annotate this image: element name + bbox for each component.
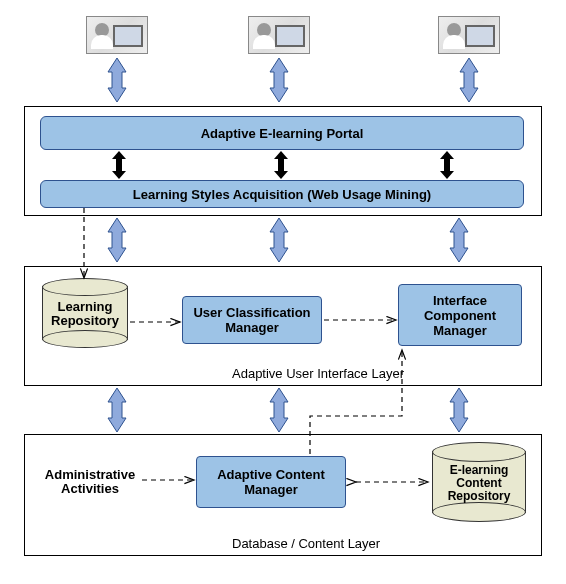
blue-double-arrow-icon xyxy=(270,388,288,432)
elearning-repository-cylinder: E-learning Content Repository xyxy=(432,442,526,522)
elearning-repository-label: E-learning Content Repository xyxy=(432,464,526,504)
learning-repository-cylinder: Learning Repository xyxy=(42,278,128,348)
learning-repository-label: Learning Repository xyxy=(42,300,128,329)
user-image xyxy=(248,16,310,54)
adaptive-content-label: Adaptive Content Manager xyxy=(201,467,341,497)
acquisition-box: Learning Styles Acquisition (Web Usage M… xyxy=(40,180,524,208)
blue-double-arrow-icon xyxy=(460,58,478,102)
portal-box: Adaptive E-learning Portal xyxy=(40,116,524,150)
diagram-canvas: Adaptive E-learning Portal Learning Styl… xyxy=(0,0,566,584)
bottom-layer-caption: Database / Content Layer xyxy=(232,536,380,551)
blue-double-arrow-icon xyxy=(450,388,468,432)
user-classification-box: User Classification Manager xyxy=(182,296,322,344)
portal-label: Adaptive E-learning Portal xyxy=(201,126,364,141)
blue-double-arrow-icon xyxy=(108,218,126,262)
user-image xyxy=(438,16,500,54)
blue-double-arrow-icon xyxy=(108,388,126,432)
middle-layer-caption: Adaptive User Interface Layer xyxy=(232,366,404,381)
admin-activities-label: Administrative Activities xyxy=(40,468,140,497)
adaptive-content-box: Adaptive Content Manager xyxy=(196,456,346,508)
user-image xyxy=(86,16,148,54)
blue-double-arrow-icon xyxy=(450,218,468,262)
acquisition-label: Learning Styles Acquisition (Web Usage M… xyxy=(133,187,431,202)
user-classification-label: User Classification Manager xyxy=(187,305,317,335)
interface-component-box: Interface Component Manager xyxy=(398,284,522,346)
blue-double-arrow-icon xyxy=(270,218,288,262)
blue-double-arrow-icon xyxy=(270,58,288,102)
blue-double-arrow-icon xyxy=(108,58,126,102)
interface-component-label: Interface Component Manager xyxy=(403,293,517,338)
